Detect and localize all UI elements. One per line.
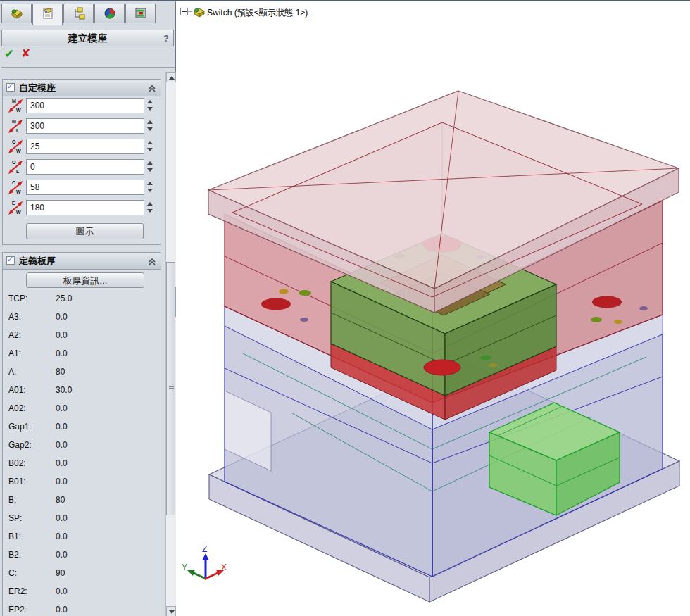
dimxpertmanager-icon bbox=[103, 6, 117, 20]
param-label: A1: bbox=[8, 344, 21, 363]
spinner-down-icon[interactable] bbox=[147, 148, 153, 151]
svg-text:L: L bbox=[16, 128, 20, 133]
spinner-down-icon[interactable] bbox=[147, 107, 153, 111]
page-title: 建立模座 bbox=[68, 32, 108, 44]
dimension-input[interactable]: 300 bbox=[26, 98, 144, 113]
param-label: TCP: bbox=[8, 289, 27, 308]
property-manager-panel: 建立模座 ? ✔ ✘ ✓ 自定模座 MW300ML300OW25OL0CW58E… bbox=[0, 1, 176, 616]
plate-thickness-row: Gap2:0.0 bbox=[3, 436, 161, 454]
dimension-input[interactable]: 0 bbox=[26, 159, 144, 175]
spinner-up-icon[interactable] bbox=[147, 141, 153, 144]
param-value: 0.0 bbox=[56, 399, 68, 417]
orientation-triad: Z Y X bbox=[182, 544, 227, 579]
dimension-input[interactable]: 300 bbox=[26, 118, 144, 134]
plate-thickness-row: TCP:25.0 bbox=[3, 289, 161, 308]
spinner-up-icon[interactable] bbox=[147, 202, 153, 206]
dimension-arrow-icon: EW bbox=[7, 200, 24, 218]
spinner bbox=[146, 180, 154, 195]
feature-tree-item-label[interactable]: Switch (預設<顯示狀態-1>) bbox=[207, 7, 308, 19]
param-value: 0.0 bbox=[56, 436, 68, 454]
param-label: A02: bbox=[8, 399, 26, 417]
dimension-field-row: EW180 bbox=[3, 200, 161, 217]
param-value: 0.0 bbox=[56, 417, 68, 436]
plate-thickness-row: A3:0.0 bbox=[3, 308, 161, 326]
panel-title-bar: 建立模座 ? bbox=[1, 30, 174, 46]
spinner bbox=[146, 118, 154, 134]
plate-thickness-row: Gap1:0.0 bbox=[3, 417, 161, 436]
group-header[interactable]: ✓ 自定模座 bbox=[3, 80, 161, 96]
dimension-input[interactable]: 25 bbox=[26, 139, 144, 154]
tab-propertymanager[interactable] bbox=[32, 4, 63, 25]
dimension-arrow-icon: OW bbox=[7, 139, 24, 157]
tab-featuremanager[interactable] bbox=[1, 4, 32, 23]
spinner-up-icon[interactable] bbox=[147, 100, 153, 103]
propertymanager-icon bbox=[41, 6, 55, 20]
param-value: 0.0 bbox=[56, 546, 68, 564]
param-label: Gap1: bbox=[8, 417, 32, 436]
tab-dimxpertmanager[interactable] bbox=[94, 4, 125, 23]
cancel-button[interactable]: ✘ bbox=[21, 46, 30, 60]
illustration-button[interactable]: 圖示 bbox=[26, 223, 144, 239]
sprue-hole bbox=[424, 360, 460, 375]
param-value: 0.0 bbox=[56, 344, 68, 363]
scrollbar-up-arrow[interactable] bbox=[166, 72, 176, 82]
axis-z-label: Z bbox=[202, 544, 207, 554]
param-value: 25.0 bbox=[56, 289, 72, 308]
param-label: ER2: bbox=[8, 582, 27, 601]
spinner-down-icon[interactable] bbox=[147, 168, 153, 172]
featuremanager-tree-icon bbox=[10, 6, 24, 20]
group-checkbox[interactable]: ✓ bbox=[6, 256, 15, 265]
param-label: B02: bbox=[8, 454, 26, 472]
spinner-up-icon[interactable] bbox=[147, 182, 153, 185]
plate-thickness-row: B01:0.0 bbox=[3, 472, 161, 491]
scrollbar-down-arrow[interactable] bbox=[166, 606, 176, 616]
graphics-viewport[interactable]: Z Y X Switch (預設<顯示狀態-1>) bbox=[176, 1, 690, 616]
svg-text:W: W bbox=[16, 189, 21, 194]
tab-configurationmanager[interactable] bbox=[63, 4, 94, 23]
param-value: 0.0 bbox=[56, 308, 68, 326]
plate-thickness-row: A2:0.0 bbox=[3, 326, 161, 344]
svg-text:O: O bbox=[12, 139, 16, 144]
panel-scrollbar[interactable] bbox=[165, 72, 176, 616]
spinner-up-icon[interactable] bbox=[147, 161, 153, 165]
spinner bbox=[146, 159, 154, 175]
svg-text:W: W bbox=[16, 108, 21, 113]
param-value: 80 bbox=[56, 363, 65, 381]
group-checkbox[interactable]: ✓ bbox=[6, 83, 15, 92]
dimension-arrow-icon: OL bbox=[7, 159, 24, 177]
spinner-down-icon[interactable] bbox=[147, 209, 153, 213]
param-value: 90 bbox=[56, 564, 65, 582]
plate-thickness-row: B2:0.0 bbox=[3, 546, 161, 564]
plate-thickness-row: ER2:0.0 bbox=[3, 582, 161, 601]
collapse-chevron-icon[interactable] bbox=[148, 256, 156, 269]
tree-expand-icon[interactable] bbox=[180, 8, 188, 15]
dimension-field-row: OL0 bbox=[3, 159, 161, 176]
ok-button[interactable]: ✔ bbox=[4, 46, 14, 61]
spinner-up-icon[interactable] bbox=[147, 120, 153, 124]
group-label: 自定模座 bbox=[19, 82, 56, 94]
param-label: B1: bbox=[8, 527, 21, 546]
dimension-input[interactable]: 180 bbox=[26, 200, 144, 215]
group-label: 定義板厚 bbox=[19, 255, 56, 268]
spinner-down-icon[interactable] bbox=[147, 189, 153, 192]
dimension-input[interactable]: 58 bbox=[26, 180, 144, 195]
group-header[interactable]: ✓ 定義板厚 bbox=[3, 253, 161, 270]
mold-base-3d-model[interactable]: Z Y X bbox=[176, 1, 690, 616]
dimension-arrow-icon: ML bbox=[7, 118, 24, 137]
collapse-chevron-icon[interactable] bbox=[148, 83, 156, 96]
group-custom-mold-base: ✓ 自定模座 MW300ML300OW25OL0CW58EW180 圖示 bbox=[2, 79, 161, 245]
dimension-arrow-icon: MW bbox=[7, 98, 24, 116]
param-value: 0.0 bbox=[56, 454, 68, 472]
svg-text:L: L bbox=[16, 169, 20, 174]
param-label: B2: bbox=[8, 546, 21, 564]
dimension-field-row: CW58 bbox=[3, 180, 161, 196]
plate-info-button[interactable]: 板厚資訊... bbox=[26, 272, 144, 288]
scrollbar-thumb[interactable] bbox=[166, 262, 175, 515]
plate-thickness-row: A1:0.0 bbox=[3, 344, 161, 363]
solidworks-mold-base-ui: 建立模座 ? ✔ ✘ ✓ 自定模座 MW300ML300OW25OL0CW58E… bbox=[0, 0, 690, 616]
param-label: A2: bbox=[8, 326, 21, 344]
help-icon[interactable]: ? bbox=[163, 31, 169, 46]
spinner-down-icon[interactable] bbox=[147, 127, 153, 131]
param-value: 0.0 bbox=[56, 509, 68, 527]
tab-displaymanager[interactable] bbox=[125, 4, 156, 23]
